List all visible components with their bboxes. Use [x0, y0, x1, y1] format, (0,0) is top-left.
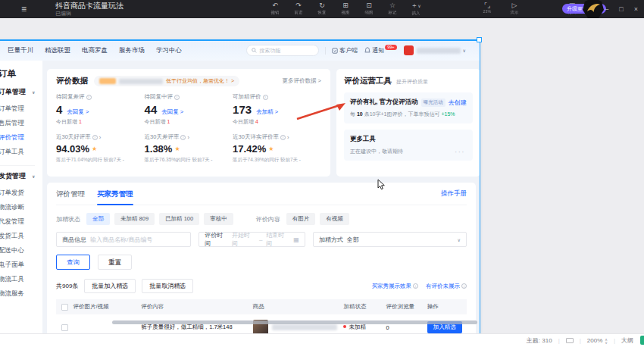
- warning-tag-redacted: [99, 78, 116, 84]
- plus-icon: ＋∨: [408, 2, 424, 10]
- selection-resize-handle[interactable]: [477, 37, 482, 42]
- review-manage-panel: 评价管理 买家秀管理 操作手册 加精状态 全部 未加精 809 已加精 100 …: [47, 183, 476, 333]
- sidebar-section-order[interactable]: 订单管理∨: [0, 87, 42, 97]
- batch-add-button[interactable]: 批量加入精选: [84, 279, 136, 293]
- chevron-down-icon[interactable]: ∨: [463, 48, 466, 53]
- promo-activity-card[interactable]: 评价有礼, 官方促评活动 曝光活动 去创建 每 10 条10字+1图评价，下单率…: [344, 92, 473, 123]
- more-review-data-link[interactable]: 更多评价数据 >: [283, 77, 321, 85]
- go-feature-link[interactable]: 去加精 >: [256, 108, 278, 116]
- divider: [0, 165, 35, 166]
- info-icon: i: [263, 95, 268, 100]
- sidebar-section-shipping[interactable]: 发货管理∨: [0, 171, 42, 181]
- document-title: 抖音商品卡流量玩法: [55, 2, 123, 11]
- hamburger-menu-icon[interactable]: ≡: [21, 4, 27, 14]
- sidebar-item-logistics-diagnose[interactable]: 物流诊断: [0, 200, 42, 214]
- sidebar-item-review-manage[interactable]: 评价管理: [0, 130, 42, 145]
- present-button[interactable]: ▷演示: [506, 2, 523, 16]
- mark-button[interactable]: ☆标记: [384, 2, 401, 17]
- sidebar-item-logistics-service[interactable]: 物流服务: [0, 286, 42, 301]
- sidebar-item-ship-tools[interactable]: 发货工具: [0, 229, 42, 243]
- chip-has-video[interactable]: 有视频: [320, 213, 349, 225]
- horizontal-scrollbar[interactable]: [112, 320, 477, 324]
- redo-button[interactable]: ↷前进: [290, 2, 307, 17]
- divider: |: [580, 337, 581, 344]
- go-reply-link[interactable]: 去回复 >: [67, 108, 89, 116]
- restore-button[interactable]: ↻恢复: [314, 2, 330, 17]
- more-tools-card: 更多工具 正在建设中，敬请期待 ···: [344, 130, 473, 161]
- theme-count[interactable]: 主题: 310: [527, 336, 552, 345]
- review-content: 裤子质量很好，做工精细，1.7米148: [141, 324, 253, 331]
- unshown-review-link[interactable]: 有评价未展示i: [426, 283, 467, 290]
- reset-button[interactable]: 重置: [98, 255, 132, 270]
- total-count: 共909条: [56, 282, 78, 290]
- sidebar-item-logistics-tools[interactable]: 物流工具: [0, 272, 42, 286]
- keyboard-icon[interactable]: [566, 338, 574, 343]
- main-content: 评价数据 低于行业均值，急需优化！ > 更多评价数据 >: [42, 61, 480, 333]
- document-saved-status: 已编辑: [55, 11, 123, 16]
- window-controls: – □ ×: [605, 0, 638, 18]
- outline-button[interactable]: 大纲: [621, 336, 633, 345]
- undo-button[interactable]: ↶撤销: [267, 2, 283, 17]
- product-search-input[interactable]: 商品信息 输入商品名称/商品编号: [56, 232, 191, 247]
- editor-canvas[interactable]: 巨量千川 精选联盟 电商罗盘 服务市场 学习中心 搜索功能 客户端 通知 99+: [0, 18, 644, 347]
- nav-luopan[interactable]: 电商罗盘: [82, 46, 108, 55]
- chip-has-image[interactable]: 有图片: [286, 213, 316, 225]
- minimize-button[interactable]: –: [605, 5, 608, 13]
- review-tools-panel: 评价运营工具 提升评价质量 评价有礼, 官方促评活动 曝光活动 去创建 每 10…: [336, 69, 480, 177]
- client-link[interactable]: 客户端: [332, 46, 358, 55]
- industry-warning-banner[interactable]: 低于行业均值，急需优化！ >: [94, 76, 239, 86]
- screenshot-image[interactable]: 巨量千川 精选联盟 电商罗盘 服务市场 学习中心 搜索功能 客户端 通知 99+: [0, 40, 480, 333]
- manual-link[interactable]: 操作手册: [441, 189, 467, 199]
- close-button[interactable]: ×: [634, 5, 638, 13]
- feature-status: 未加精: [343, 324, 386, 331]
- chevron-down-icon: ∨: [32, 90, 35, 95]
- sidebar-item-aftersale[interactable]: 售后管理: [0, 116, 42, 130]
- chip-reviewing[interactable]: 审核中: [204, 213, 233, 225]
- sidebar-title: 订单: [0, 68, 42, 80]
- select-all-checkbox[interactable]: [61, 304, 68, 311]
- zoom-fit-button[interactable]: ⌜⌟23%: [477, 2, 497, 16]
- nav-market[interactable]: 服务市场: [119, 46, 145, 55]
- chip-unfeatured[interactable]: 未加精 809: [114, 213, 155, 225]
- notice-link[interactable]: 通知 99+: [364, 46, 397, 55]
- sidebar-item-order-tools[interactable]: 订单工具: [0, 145, 42, 159]
- editor-titlebar: ≡ 抖音商品卡流量玩法 已编辑 ↶撤销 ↷前进 ↻恢复 ⊞视图 ⊡缩图 ☆标记 …: [0, 0, 644, 18]
- nav-qianchuan[interactable]: 巨量千川: [8, 46, 33, 55]
- row-checkbox[interactable]: [61, 324, 68, 331]
- sidebar-item-delivery-center[interactable]: 配送中心: [0, 243, 42, 258]
- nav-lianmeng[interactable]: 精选联盟: [45, 46, 70, 55]
- status-dot: [343, 325, 346, 328]
- sidebar-item-ship[interactable]: 订单发货: [0, 186, 42, 200]
- tab-buyer-show[interactable]: 买家秀管理: [97, 183, 133, 205]
- feature-mode-select[interactable]: 加精方式 全部 ∨: [313, 232, 467, 247]
- query-button[interactable]: 查询: [56, 255, 90, 270]
- buyer-show-policy-link[interactable]: 买家秀展示效果i: [372, 283, 419, 290]
- sidebar: 订单 订单管理∨ 订单管理 售后管理 评价管理 订单工具 发货管理∨ 订单发货 …: [0, 61, 42, 333]
- create-activity-link[interactable]: 去创建: [449, 98, 467, 107]
- maximize-button[interactable]: □: [619, 5, 623, 13]
- red-annotation-arrow[interactable]: [294, 98, 352, 125]
- zoom-control[interactable]: 200% ∧∨: [587, 337, 608, 344]
- zoom-stepper-icon[interactable]: ∧∨: [605, 338, 608, 344]
- sidebar-item-order-manage[interactable]: 订单管理: [0, 102, 42, 116]
- shop-avatar[interactable]: [404, 45, 414, 55]
- sidebar-item-e-waybill[interactable]: 电子面单: [0, 258, 42, 272]
- tab-review-manage[interactable]: 评价管理: [56, 183, 85, 205]
- view-button[interactable]: ⊞视图: [337, 2, 354, 17]
- bell-icon: [364, 47, 370, 54]
- go-reply-link[interactable]: 去回复 >: [161, 108, 183, 116]
- batch-remove-button[interactable]: 批量取消精选: [142, 279, 193, 293]
- insert-button[interactable]: ＋∨插入: [408, 2, 424, 17]
- medal-icon: ★: [268, 145, 274, 152]
- nav-learn[interactable]: 学习中心: [156, 46, 182, 55]
- chip-featured[interactable]: 已加精 100: [159, 213, 199, 225]
- divider: |: [614, 337, 615, 344]
- side-green-tab[interactable]: [640, 336, 644, 345]
- chip-all[interactable]: 全部: [86, 213, 110, 225]
- brand-bird-logo: [582, 0, 605, 20]
- sidebar-item-proxy-ship[interactable]: 代发管理: [0, 214, 42, 229]
- store-search-input[interactable]: 搜索功能: [246, 45, 319, 56]
- review-time-range-input[interactable]: 评价时间 开始时间 – 结束时间 ▦: [199, 232, 305, 247]
- thumbnail-button[interactable]: ⊡缩图: [361, 2, 377, 17]
- search-icon: [252, 48, 257, 53]
